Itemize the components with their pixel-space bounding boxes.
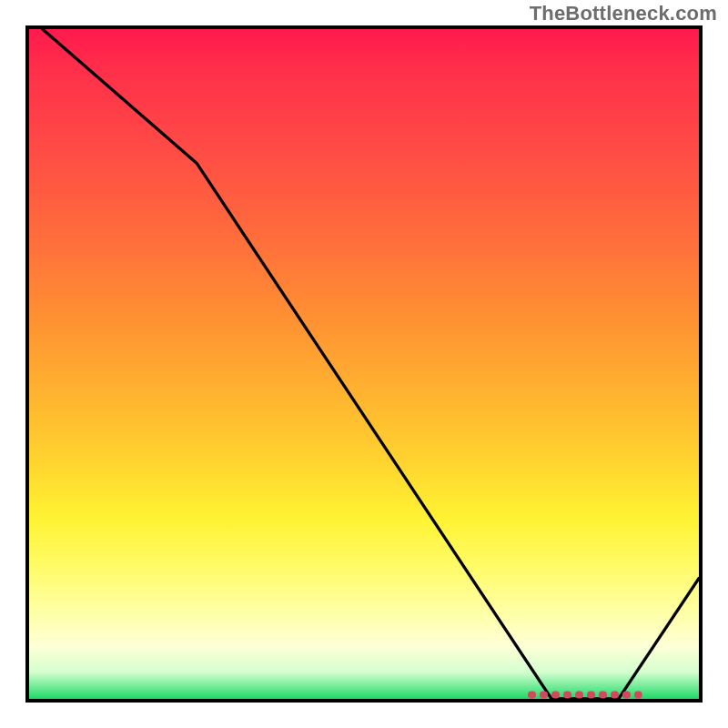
chart-svg (29, 29, 699, 699)
bottleneck-curve (43, 29, 699, 699)
plot-area (25, 25, 703, 703)
chart-container: TheBottleneck.com (0, 0, 728, 728)
watermark-text: TheBottleneck.com (530, 2, 717, 25)
